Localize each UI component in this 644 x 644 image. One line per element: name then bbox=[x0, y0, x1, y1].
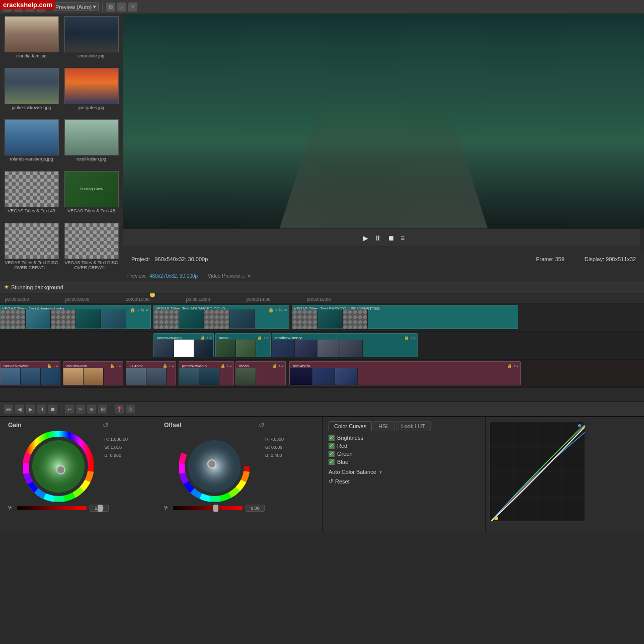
tick-6 bbox=[307, 300, 307, 303]
region-button[interactable]: ⊡ bbox=[126, 405, 135, 414]
list-item[interactable]: janke-laskowski.jpg bbox=[2, 68, 61, 119]
reset-row: ↺ Reset bbox=[329, 478, 479, 485]
star-icon: ★ bbox=[4, 284, 9, 290]
razor-button[interactable]: ✂ bbox=[76, 405, 85, 414]
gain-reset-icon[interactable]: ↺ bbox=[103, 421, 109, 429]
frame-value: 359 bbox=[555, 256, 565, 262]
checkbox-red-input[interactable] bbox=[329, 443, 335, 449]
preview-label: Preview (Auto) bbox=[55, 4, 92, 10]
color-curves-panel: Color Curves HSL Look LUT Brightness Red… bbox=[322, 417, 485, 532]
offset-wheel-container: R: -0,300 G: 0,009 B: 0,400 bbox=[179, 431, 250, 503]
checkbox-red: Red bbox=[329, 443, 479, 449]
loop-button[interactable]: ↩ bbox=[65, 405, 74, 414]
checkbox-brightness-input[interactable] bbox=[329, 435, 335, 441]
offset-y-track[interactable] bbox=[173, 506, 243, 510]
tab-color-curves[interactable]: Color Curves bbox=[329, 421, 372, 431]
track-content-3: nke-laskowski 🔒 ♪ ≡ claud bbox=[0, 360, 644, 387]
list-item[interactable]: joe-yates.jpg bbox=[62, 68, 121, 119]
list-item[interactable]: Pulsing Glow VEGAS Titles & Text 45 bbox=[62, 171, 121, 222]
clip[interactable]: maso... 🔒 ♪ ≡ bbox=[235, 361, 286, 385]
offset-color-wheel[interactable] bbox=[179, 431, 250, 502]
reset-label[interactable]: Reset bbox=[335, 478, 350, 485]
auto-balance-row: Auto Color Balance ▾ bbox=[329, 469, 479, 475]
separator4 bbox=[111, 405, 111, 414]
gain-color-wheel[interactable] bbox=[23, 431, 94, 502]
stop-button[interactable]: ⏹ bbox=[387, 234, 394, 242]
media-thumb-vegas43 bbox=[5, 171, 59, 207]
tick-1 bbox=[5, 300, 6, 303]
close-icon[interactable]: ✕ bbox=[247, 273, 251, 279]
checkbox-blue-input[interactable] bbox=[329, 459, 335, 465]
separator2 bbox=[102, 3, 103, 12]
clip[interactable]: 21-rock 🔒 ♪ ≡ bbox=[126, 361, 176, 385]
tab-hsl[interactable]: HSL bbox=[373, 421, 394, 431]
magnet-button[interactable]: ⊕ bbox=[87, 405, 96, 414]
list-item[interactable]: VEGAS Titles & Text 43 bbox=[2, 171, 61, 222]
list-item[interactable]: VEGAS Titles & Text DISCOVER CREATI... bbox=[2, 223, 61, 279]
lock-icon2: 🔒 bbox=[268, 307, 274, 312]
gain-indicator[interactable] bbox=[57, 466, 65, 474]
clip[interactable]: maso... 🔒 ♪ ≡ bbox=[215, 333, 271, 357]
checkbox-blue-label: Blue bbox=[337, 459, 348, 465]
auto-balance-label: Auto Color Balance bbox=[329, 469, 376, 475]
ripple-button[interactable]: ⊞ bbox=[98, 405, 107, 414]
video-preview-label: Video Preview bbox=[208, 273, 240, 279]
offset-indicator[interactable] bbox=[208, 460, 216, 468]
media-thumb-vegas-discover2 bbox=[64, 223, 119, 259]
clip[interactable]: matthew-henry 🔒 ♪ ≡ bbox=[272, 333, 418, 357]
list-item[interactable]: evor-cole.jpg bbox=[62, 16, 121, 67]
clip[interactable]: james-zwadlo 🔒 ♪ ≡ bbox=[153, 333, 214, 357]
prev-button[interactable]: ◀ bbox=[15, 405, 24, 414]
stop-button[interactable]: ⏹ bbox=[48, 405, 57, 414]
watermark: crackshelp.com bbox=[0, 0, 55, 10]
clip[interactable]: VEGAS Titles_Text EASY-TO-USE VIGNETTES bbox=[292, 305, 518, 329]
skip-back-button[interactable]: ⏮ bbox=[4, 405, 13, 414]
grid2-icon[interactable]: ⊞ bbox=[106, 3, 115, 12]
pause-button[interactable]: ⏸ bbox=[374, 234, 381, 242]
media-label: VEGAS Titles & Text DISCOVER CREATI... bbox=[5, 260, 59, 271]
clip[interactable]: VEGAS Titles_Text ADVANCED COLO... 🔒 ♪ f… bbox=[153, 305, 289, 329]
wheels-row: Gain ↺ bbox=[8, 421, 314, 512]
menu-button[interactable]: ≡ bbox=[400, 234, 405, 242]
audio-icon[interactable]: ♪ bbox=[117, 3, 126, 12]
clip[interactable]: james-zwadlo 🔒 ♪ ≡ bbox=[179, 361, 234, 385]
preview-dropdown[interactable]: Preview (Auto) ▾ bbox=[53, 3, 99, 11]
list-item[interactable]: ruud-luijten.jpg bbox=[62, 119, 121, 170]
offset-reset-icon[interactable]: ↺ bbox=[259, 421, 265, 429]
frame-label: Frame: bbox=[536, 256, 554, 262]
clip-icons4: 🔒 ♪ ≡ bbox=[110, 364, 121, 368]
list-item[interactable]: claudia-lam.jpg bbox=[2, 16, 61, 67]
clip[interactable]: ram-maru 🔒 ♪ ≡ bbox=[289, 361, 521, 385]
offset-y-value[interactable]: 0.00 bbox=[246, 505, 265, 512]
track-row: nke-laskowski 🔒 ♪ ≡ claud bbox=[0, 360, 644, 388]
curves-graph-area bbox=[485, 417, 644, 532]
checkbox-video[interactable]: □ bbox=[242, 273, 245, 279]
clip[interactable]: VEGAS Titles_Text Advanced color... 🔒 ♪ bbox=[0, 305, 151, 329]
preview-info2: Preview: bbox=[127, 273, 149, 279]
timeline-ruler[interactable]: 00:00:06;00 00:00:08;00 00:00:10;00 00:0… bbox=[0, 293, 644, 303]
media-label: VEGAS Titles & Text 45 bbox=[67, 208, 115, 214]
list-item[interactable]: rolands-varsbergs.jpg bbox=[2, 119, 61, 170]
y-label: Y: bbox=[8, 506, 14, 511]
clip[interactable]: claudia-lam 🔒 ♪ ≡ bbox=[63, 361, 123, 385]
gain-y-thumb[interactable] bbox=[98, 505, 103, 512]
preview-res: 480x270x32; 30,000p bbox=[149, 273, 198, 279]
gain-title: Gain bbox=[8, 422, 22, 429]
list-item[interactable]: VEGAS Titles & Text DISCOVER CREATI... bbox=[62, 223, 121, 279]
tab-look-lut[interactable]: Look LUT bbox=[396, 421, 431, 431]
pause-button[interactable]: ⏸ bbox=[37, 405, 46, 414]
offset-y-thumb[interactable] bbox=[213, 505, 218, 512]
marker-button[interactable]: 📍 bbox=[115, 405, 124, 414]
play-button[interactable]: ▶ bbox=[26, 405, 35, 414]
clip[interactable]: nke-laskowski 🔒 ♪ ≡ bbox=[0, 361, 60, 385]
gain-rgb-values: R: 1,088.00 G: 1,016 B: 0,860 bbox=[104, 435, 128, 460]
play-button[interactable]: ▶ bbox=[363, 234, 368, 242]
time-mark-4: 00:00:12;00 bbox=[186, 297, 210, 302]
auto-balance-dropdown[interactable]: ▾ bbox=[379, 469, 382, 475]
settings-icon[interactable]: ≡ bbox=[128, 3, 137, 12]
project-info: Project: 960x540x32; 30,000p bbox=[131, 256, 208, 262]
chevron-down-icon: ▾ bbox=[93, 4, 96, 10]
gain-y-track[interactable] bbox=[17, 506, 87, 510]
media-label: janke-laskowski.jpg bbox=[12, 105, 51, 111]
checkbox-green-input[interactable] bbox=[329, 451, 335, 457]
